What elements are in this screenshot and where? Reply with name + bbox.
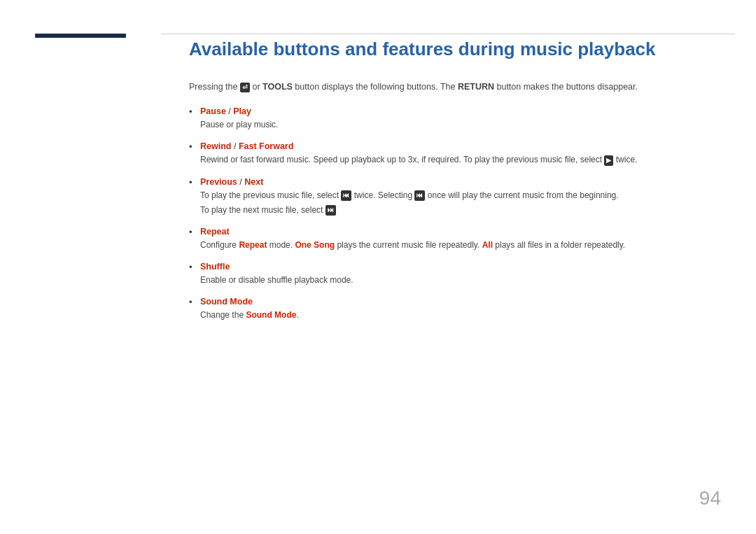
list-item-repeat: Repeat Configure Repeat mode. One Song p… — [189, 227, 721, 252]
one-song-highlight: One Song — [295, 240, 335, 250]
item-desc-prev-next-line1: To play the previous music file, select … — [200, 189, 721, 202]
page-container: Available buttons and features during mu… — [0, 0, 756, 534]
list-item-sound-mode: Sound Mode Change the Sound Mode. — [189, 297, 721, 322]
page-number: 94 — [699, 487, 721, 510]
list-item-prev-next: Previous / Next To play the previous mus… — [189, 177, 721, 217]
prev-icon-inline: ▶ — [604, 155, 613, 166]
repeat-highlight: Repeat — [239, 240, 267, 250]
item-desc-shuffle: Enable or disable shuffle playback mode. — [200, 274, 721, 287]
list-item-rewind-ff: Rewind / Fast Forward Rewind or fast for… — [189, 141, 721, 167]
sidebar-bar — [35, 34, 126, 38]
item-desc-pause-play: Pause or play music. — [200, 118, 721, 132]
forward-icon: ⏭ — [326, 205, 336, 216]
item-title-pause-play: Pause / Play — [200, 106, 721, 116]
rewind-icon: ⏮ — [341, 190, 351, 201]
sidebar — [0, 0, 161, 534]
intro-paragraph: Pressing the ⏎ or TOOLS button displays … — [189, 80, 721, 94]
sound-mode-highlight: Sound Mode — [246, 310, 296, 320]
list-item-pause-play: Pause / Play Pause or play music. — [189, 106, 721, 132]
item-title-prev-next: Previous / Next — [200, 177, 721, 187]
feature-list: Pause / Play Pause or play music. Rewind… — [189, 106, 721, 322]
item-title-sound-mode: Sound Mode — [200, 297, 721, 307]
item-title-rewind-ff: Rewind / Fast Forward — [200, 141, 721, 151]
item-desc-sound-mode: Change the Sound Mode. — [200, 309, 721, 322]
item-desc-prev-next-line2: To play the next music file, select ⏭ — [200, 204, 721, 217]
tools-label: TOOLS — [262, 82, 293, 92]
item-desc-repeat: Configure Repeat mode. One Song plays th… — [200, 239, 721, 252]
item-title-repeat: Repeat — [200, 227, 721, 237]
all-highlight: All — [482, 240, 493, 250]
item-desc-rewind-ff: Rewind or fast forward music. Speed up p… — [200, 153, 721, 167]
list-item-shuffle: Shuffle Enable or disable shuffle playba… — [189, 262, 721, 287]
rewind-icon-2: ⏮ — [414, 190, 425, 201]
return-icon: ⏎ — [240, 83, 250, 93]
page-title: Available buttons and features during mu… — [189, 38, 721, 60]
item-title-shuffle: Shuffle — [200, 262, 721, 272]
return-label: RETURN — [458, 82, 494, 92]
content-area: Available buttons and features during mu… — [161, 0, 756, 534]
